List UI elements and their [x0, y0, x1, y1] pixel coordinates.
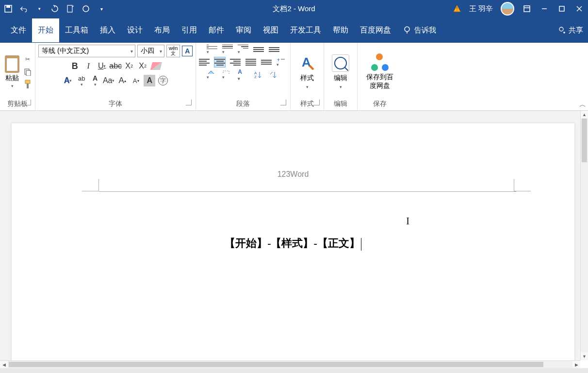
text-effects-button[interactable]: A [62, 75, 74, 86]
text-direction-button[interactable]: A [238, 70, 248, 80]
undo-icon[interactable] [19, 4, 28, 13]
bullets-button[interactable] [207, 45, 217, 54]
ribbon-tabs: 文件 开始 工具箱 插入 设计 布局 引用 邮件 审阅 视图 开发工具 帮助 百… [0, 17, 588, 43]
line-spacing-button[interactable] [277, 57, 287, 67]
ribbon-mode-icon[interactable] [522, 4, 532, 14]
tab-insert[interactable]: 插入 [94, 18, 121, 42]
font-launcher-icon[interactable] [186, 100, 192, 105]
tab-home[interactable]: 开始 [32, 18, 59, 42]
horizontal-scrollbar[interactable]: ◀ ▶ [0, 360, 580, 368]
format-painter-icon[interactable] [23, 80, 32, 89]
styles-launcher-icon[interactable] [314, 100, 320, 105]
align-center-button[interactable] [214, 57, 225, 67]
align-right-button[interactable] [230, 57, 241, 67]
svg-rect-21 [223, 71, 229, 74]
document-icon[interactable] [66, 4, 75, 13]
highlight-button[interactable]: ab [76, 75, 87, 86]
svg-rect-17 [27, 84, 29, 88]
character-shading-button[interactable]: A [144, 75, 155, 86]
horizontal-scroll-thumb[interactable] [9, 362, 543, 367]
minimize-icon[interactable] [539, 4, 549, 14]
share-button[interactable]: 共享 [558, 26, 583, 35]
shrink-font-button[interactable]: A▾ [130, 75, 142, 86]
sort-button[interactable]: AZ [253, 70, 264, 80]
save-icon[interactable] [4, 4, 13, 13]
superscript-button[interactable]: X2 [137, 60, 148, 72]
ribbon: 粘贴 ▾ ✂ 剪贴板 等线 (中文正文) 小四 wén文 A B I U [0, 43, 588, 111]
font-name-combo[interactable]: 等线 (中文正文) [38, 45, 135, 57]
enclose-character-button[interactable]: 字 [157, 75, 169, 86]
strikethrough-button[interactable]: abc [110, 60, 121, 72]
paste-dropdown-icon[interactable]: ▾ [11, 84, 14, 88]
svg-rect-15 [26, 70, 31, 76]
clipboard-icon [5, 55, 19, 73]
italic-button[interactable]: I [82, 60, 94, 72]
borders-button[interactable] [222, 70, 233, 80]
clear-format-button[interactable] [150, 60, 162, 72]
tab-design[interactable]: 设计 [121, 18, 148, 42]
font-color-button[interactable]: A [89, 75, 101, 86]
tab-file[interactable]: 文件 [5, 18, 32, 42]
copy-icon[interactable] [23, 68, 32, 76]
undo-dropdown-icon[interactable]: ▾ [35, 4, 44, 13]
scroll-left-icon[interactable]: ◀ [0, 361, 8, 368]
subscript-button[interactable]: X2 [123, 60, 135, 72]
scroll-right-icon[interactable]: ▶ [572, 361, 580, 368]
scroll-up-icon[interactable]: ▲ [581, 111, 588, 119]
caret [361, 238, 361, 251]
underline-button[interactable]: U [96, 60, 108, 72]
edit-button[interactable]: 编辑 ▾ [327, 52, 354, 91]
vertical-scroll-thumb[interactable] [582, 119, 587, 162]
paragraph-launcher-icon[interactable] [280, 100, 286, 105]
close-icon[interactable] [574, 4, 584, 14]
multilevel-list-button[interactable] [238, 45, 248, 54]
tab-help[interactable]: 帮助 [327, 18, 354, 42]
svg-rect-1 [6, 5, 10, 8]
paste-label: 粘贴 [5, 74, 19, 83]
grow-font-button[interactable]: A▴ [116, 75, 128, 86]
tell-me[interactable]: 告诉我 [403, 26, 436, 35]
scroll-down-icon[interactable]: ▼ [581, 353, 588, 360]
maximize-icon[interactable] [557, 4, 567, 14]
redo-icon[interactable] [50, 4, 59, 13]
tab-layout[interactable]: 布局 [148, 18, 176, 42]
decrease-indent-button[interactable] [253, 45, 264, 54]
tab-baidu[interactable]: 百度网盘 [354, 18, 397, 42]
vertical-scrollbar[interactable]: ▲ ▼ [580, 111, 588, 360]
clipboard-launcher-icon[interactable] [25, 100, 31, 105]
collapse-ribbon-icon[interactable]: ︿ [579, 101, 586, 109]
tab-developer[interactable]: 开发工具 [284, 18, 327, 42]
svg-point-13 [559, 27, 563, 31]
qat-more-icon[interactable]: ▾ [97, 4, 106, 13]
tab-toolbox[interactable]: 工具箱 [59, 18, 94, 42]
circle-icon[interactable] [82, 4, 90, 13]
font-size-combo[interactable]: 小四 [137, 45, 164, 57]
tab-view[interactable]: 视图 [257, 18, 284, 42]
styles-label: 样式 [300, 74, 314, 83]
character-border-icon[interactable]: A [182, 46, 193, 56]
change-case-button[interactable]: Aa [103, 75, 114, 86]
cut-icon[interactable]: ✂ [23, 55, 32, 64]
distribute-button[interactable] [261, 57, 272, 67]
bold-button[interactable]: B [69, 60, 81, 72]
increase-indent-button[interactable] [269, 45, 279, 54]
shading-button[interactable] [207, 70, 217, 80]
save-baidu-button[interactable]: 保存到百度网盘 [360, 51, 399, 92]
warning-icon[interactable]: ! [453, 4, 461, 13]
styles-button[interactable]: A 样式 ▾ [294, 52, 321, 91]
tab-mail[interactable]: 邮件 [203, 18, 230, 42]
svg-rect-2 [67, 5, 72, 12]
numbering-button[interactable] [222, 45, 233, 54]
paste-button[interactable]: 粘贴 ▾ [3, 54, 21, 89]
justify-button[interactable] [245, 57, 256, 67]
phonetic-guide-icon[interactable]: wén文 [166, 45, 180, 57]
user-name[interactable]: 王 羽辛 [469, 4, 493, 14]
tab-references[interactable]: 引用 [176, 18, 203, 42]
page[interactable]: 123Word I 【开始】-【样式】-【正文】 [12, 123, 574, 360]
group-edit: 编辑 ▾ 编辑 [324, 43, 358, 110]
align-left-button[interactable] [199, 57, 210, 67]
svg-rect-8 [559, 6, 564, 11]
tab-review[interactable]: 审阅 [230, 18, 257, 42]
user-avatar[interactable] [501, 2, 514, 16]
show-marks-button[interactable] [269, 70, 279, 80]
